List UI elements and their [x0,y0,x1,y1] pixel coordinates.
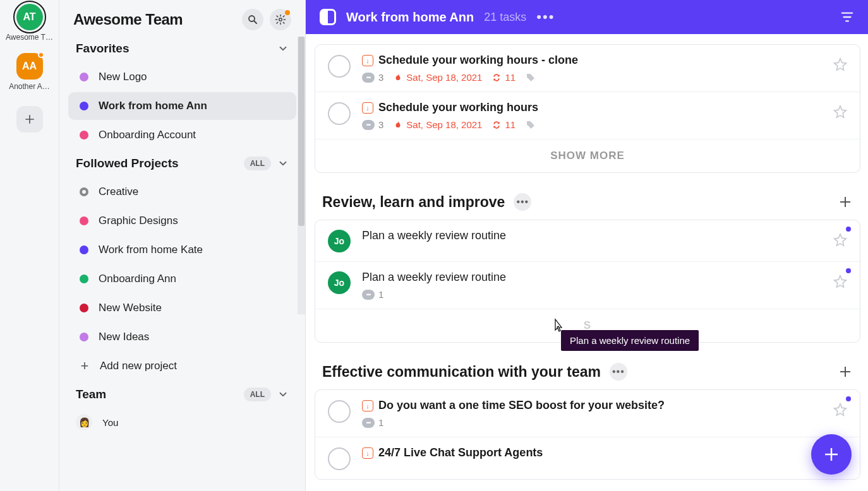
task-title: Plan a weekly review routine [362,229,506,242]
sidebar: Awesome Team Favorites New Logo Work fro… [59,0,306,491]
team-section-head[interactable]: Team ALL [64,381,300,408]
project-header: Work from home Ann 21 tasks ••• [306,0,868,34]
chevron-down-icon[interactable] [277,389,289,400]
comment-icon: ••• [362,120,375,130]
gear-icon [275,14,286,25]
task-title: Do you want a one time SEO boost for you… [378,399,665,412]
tag-icon[interactable] [526,120,536,130]
chevron-down-icon[interactable] [277,43,289,54]
task-list[interactable]: ↓ Schedule your working hours - clone ••… [306,34,868,491]
task-row[interactable]: ↓ Do you want a one time SEO boost for y… [315,390,860,437]
team-pod[interactable]: AT Awesome T… [0,4,59,42]
plus-icon: + [80,362,90,370]
show-more-button[interactable]: S [315,309,860,342]
sidebar-item-work-from-home-ann[interactable]: Work from home Ann [68,92,296,120]
recur-count: 11 [505,119,515,130]
project-bullet-icon [80,102,88,110]
search-button[interactable] [242,9,263,30]
star-button[interactable] [833,105,847,119]
assignee-initials: Jo [334,236,344,246]
unseen-dot-icon [846,396,851,401]
task-checkbox[interactable] [328,447,351,470]
project-bullet-icon [80,187,88,196]
priority-icon: ↓ [362,55,373,66]
star-button[interactable] [833,275,847,288]
add-project-button[interactable]: +Add new project [68,352,296,380]
task-title: 24/7 Live Chat Support Agents [378,446,543,459]
followed-section-head[interactable]: Followed Projects ALL [64,150,300,177]
sidebar-item-work-from-home-kate[interactable]: Work from home Kate [68,236,296,264]
settings-button[interactable] [270,9,291,30]
sidebar-item-onboarding-account[interactable]: Onboarding Account [68,121,296,149]
comment-count: 3 [378,119,383,130]
star-button[interactable] [833,403,847,417]
fab-add-task[interactable] [811,434,852,475]
repeat-icon [492,121,501,129]
task-checkbox[interactable] [328,400,351,423]
nav-label: Work from home Ann [99,100,207,112]
scrollbar-thumb[interactable] [298,37,304,226]
group-title: Review, learn and improve [322,194,505,211]
project-bullet-icon [80,275,88,283]
recur-count: 11 [505,72,515,83]
filter-pill[interactable]: ALL [244,387,271,401]
tag-icon[interactable] [526,73,536,83]
svg-point-1 [279,18,282,21]
group-header: Effective communication with your team •… [315,357,860,389]
team-avatar[interactable]: AA [16,53,43,80]
team-member-row[interactable]: 👩 You [64,408,300,437]
filter-button[interactable] [840,10,854,24]
star-button[interactable] [833,233,847,247]
show-more-button[interactable]: SHOW MORE [315,139,860,172]
group-header: Review, learn and improve ••• [315,187,860,220]
sidebar-item-graphic-designs[interactable]: Graphic Designs [68,207,296,235]
group-more-button[interactable]: ••• [610,363,627,381]
favorites-section-head[interactable]: Favorites [64,35,300,62]
star-button[interactable] [833,57,847,71]
project-bullet-icon [80,73,88,81]
comment-count: 1 [378,289,383,300]
project-bullet-icon [80,216,88,225]
sidebar-scroll[interactable]: Favorites New Logo Work from home Ann On… [59,35,305,491]
sidebar-item-new-ideas[interactable]: New Ideas [68,323,296,351]
comment-count: 1 [378,417,383,428]
group-add-button[interactable] [838,364,853,379]
group-add-button[interactable] [838,194,853,210]
sidebar-item-new-logo[interactable]: New Logo [68,63,296,91]
assignee-avatar[interactable]: Jo [328,271,351,294]
comment-icon: ••• [362,73,375,83]
priority-icon: ↓ [362,102,373,114]
member-name: You [102,417,118,428]
comment-count: 3 [378,72,383,83]
comment-icon: ••• [362,418,375,428]
group-more-button[interactable]: ••• [514,193,531,211]
unseen-dot-icon [846,227,851,232]
sidebar-item-onboarding-ann[interactable]: Onboarding Ann [68,265,296,293]
search-icon [247,14,258,25]
sidebar-item-creative[interactable]: Creative [68,178,296,206]
task-group-card: ↓ Do you want a one time SEO boost for y… [315,389,860,480]
task-row[interactable]: ↓ Schedule your working hours - clone ••… [315,45,860,92]
sidebar-item-new-website[interactable]: New Website [68,294,296,322]
filter-pill[interactable]: ALL [244,157,271,170]
team-label: Awesome T… [6,33,53,42]
team-pod[interactable]: AA Another A… [0,53,59,91]
scrollbar[interactable] [298,37,305,314]
task-checkbox[interactable] [328,55,351,78]
assignee-avatar[interactable]: Jo [328,230,351,252]
chevron-down-icon[interactable] [277,158,289,169]
task-checkbox[interactable] [328,102,351,125]
more-button[interactable]: ••• [536,9,555,25]
section-title: Followed Projects [76,157,179,170]
task-row[interactable]: ↓ 24/7 Live Chat Support Agents [315,437,860,479]
task-row[interactable]: Jo Plan a weekly review routine •••1 [315,262,860,309]
nav-label: Work from home Kate [99,244,203,256]
add-team-button[interactable] [16,106,43,133]
repeat-icon [492,73,501,82]
team-initials: AA [22,61,37,72]
team-initials: AT [23,11,35,23]
nav-label: New Logo [99,71,147,83]
task-row[interactable]: Jo Plan a weekly review routine [315,220,860,262]
team-avatar[interactable]: AT [16,4,43,30]
task-row[interactable]: ↓ Schedule your working hours •••3 Sat, … [315,92,860,139]
